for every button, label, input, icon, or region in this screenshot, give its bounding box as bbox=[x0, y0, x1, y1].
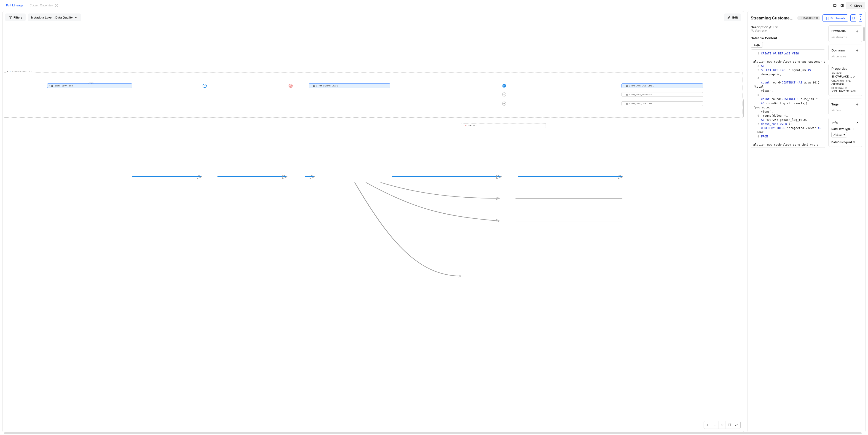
properties-card: Properties SOURCE SNOWFLAKE-... CREATION… bbox=[829, 64, 862, 96]
pencil-icon bbox=[727, 15, 731, 19]
filter-icon bbox=[8, 15, 12, 19]
kebab-icon bbox=[860, 16, 861, 20]
minimap-button[interactable] bbox=[726, 421, 733, 429]
info-card: Info DataFlow Type Not set ▾ DataOp bbox=[829, 118, 862, 147]
properties-source-value: SNOWFLAKE-... bbox=[831, 75, 852, 78]
dataflow-icon bbox=[799, 17, 802, 20]
stewards-card: Stewards ＋ No stewards bbox=[829, 25, 862, 42]
close-icon bbox=[849, 4, 853, 7]
group-snowflake-label: SNOWFLAKE - OCF bbox=[12, 70, 32, 73]
tags-title: Tags bbox=[831, 102, 839, 106]
bookmark-icon bbox=[826, 16, 829, 20]
tags-card: Tags ＋ No tags bbox=[829, 99, 862, 115]
properties-creation-value: Automatic bbox=[831, 82, 859, 86]
sql-tab[interactable]: SQL bbox=[751, 42, 763, 48]
close-button-label: Close bbox=[854, 4, 862, 7]
more-actions-button[interactable] bbox=[859, 14, 862, 22]
canvas-footer-toolbar: ＋ − bbox=[704, 421, 741, 429]
edit-canvas-button[interactable]: Edit bbox=[724, 13, 741, 21]
node-talend[interactable]: ›▦Talend_EDW_Feed bbox=[47, 84, 132, 88]
snowflake-icon bbox=[9, 70, 11, 73]
tab-full-lineage[interactable]: Full Lineage bbox=[3, 2, 27, 9]
svg-point-8 bbox=[860, 16, 861, 17]
filters-button[interactable]: Filters bbox=[5, 13, 26, 21]
stewards-placeholder: No stewards bbox=[831, 36, 859, 39]
node-vws-custome[interactable]: ›▦STRM_VWS_CUSTOME... bbox=[621, 84, 703, 88]
lineage-canvas[interactable]: Filters Metadata Layer : Data Quality Ed… bbox=[2, 11, 744, 432]
clock-icon bbox=[55, 4, 58, 7]
properties-external-value: sql/1_16720911468... bbox=[831, 90, 859, 93]
layout-icon-2[interactable] bbox=[838, 2, 846, 9]
description-edit[interactable]: Edit bbox=[768, 25, 778, 29]
zoom-in-button[interactable]: ＋ bbox=[704, 421, 711, 429]
bookmark-button[interactable]: Bookmark bbox=[823, 14, 848, 22]
description-title: Description bbox=[751, 25, 768, 29]
metadata-layer-dropdown[interactable]: Metadata Layer : Data Quality bbox=[28, 13, 81, 21]
bookmark-label: Bookmark bbox=[831, 17, 845, 20]
trend-button[interactable] bbox=[733, 421, 740, 429]
dataflow-content-title: Dataflow Content bbox=[751, 36, 825, 40]
node-strm-cstmr[interactable]: ›▦STRM_CSTMR_DEMS bbox=[309, 84, 390, 88]
pencil-icon[interactable] bbox=[853, 75, 856, 78]
domains-card: Domains ＋ No domains bbox=[829, 44, 862, 61]
info-dataflow-type-label: DataFlow Type bbox=[831, 127, 850, 131]
op-3plus-grey-1[interactable]: 3+ bbox=[502, 92, 506, 96]
open-external-button[interactable] bbox=[850, 14, 856, 22]
dataflow-type-dropdown[interactable]: Not set ▾ bbox=[831, 132, 847, 137]
tags-add[interactable]: ＋ bbox=[855, 101, 859, 107]
properties-external-label: EXTERNAL ID bbox=[831, 87, 859, 89]
description-placeholder: No description bbox=[751, 29, 825, 32]
edit-label: Edit bbox=[732, 16, 738, 19]
chevron-down-icon bbox=[74, 15, 78, 19]
expander-caret-icon[interactable]: ▾ bbox=[7, 70, 8, 73]
properties-title: Properties bbox=[831, 67, 847, 70]
svg-point-7 bbox=[800, 18, 800, 18]
info-dataops-label: DataOps Squad N... bbox=[831, 141, 859, 144]
properties-creation-label: CREATION TYPE bbox=[831, 80, 859, 82]
close-button[interactable]: Close bbox=[846, 2, 865, 9]
node-vws-viewers[interactable]: ›▦STRM_VWS_VIEWERS... bbox=[621, 92, 703, 97]
side-scroll-thumb[interactable] bbox=[863, 27, 865, 41]
layout-icon-1[interactable] bbox=[831, 2, 838, 9]
filters-label: Filters bbox=[13, 16, 23, 19]
stewards-title: Stewards bbox=[831, 29, 845, 33]
info-icon bbox=[851, 128, 854, 130]
svg-point-10 bbox=[860, 19, 861, 20]
domains-add[interactable]: ＋ bbox=[855, 48, 859, 53]
op-3plus-grey-2[interactable]: 3+ bbox=[502, 101, 506, 106]
metadata-layer-label: Metadata Layer : Data Quality bbox=[31, 16, 73, 19]
pencil-icon bbox=[768, 25, 772, 29]
node-vws-custome-2[interactable]: ›▦STRM_VWS_CUSTOME... bbox=[621, 101, 703, 106]
domains-placeholder: No domains bbox=[831, 55, 859, 58]
node-tableau[interactable]: ›✶TABLEAU bbox=[461, 123, 546, 128]
tab-column-trace[interactable]: Column Trace View bbox=[27, 2, 62, 9]
bottom-scrollbar[interactable] bbox=[4, 432, 862, 434]
external-link-icon bbox=[851, 16, 855, 20]
op-3plus-blue[interactable]: 3+ bbox=[502, 84, 506, 88]
tab-column-trace-label: Column Trace View bbox=[30, 4, 54, 7]
dataflow-chip: DATAFLOW bbox=[797, 16, 820, 20]
pane-resize-thumb[interactable] bbox=[743, 99, 744, 117]
domains-title: Domains bbox=[831, 49, 845, 52]
svg-point-9 bbox=[860, 18, 861, 18]
side-panel: Streaming Customer Repo... DATAFLOW Book… bbox=[747, 11, 866, 432]
zoom-out-button[interactable]: − bbox=[711, 421, 718, 429]
tags-placeholder: No tags bbox=[831, 109, 859, 112]
info-title: Info bbox=[831, 121, 838, 125]
zoom-fit-button[interactable] bbox=[718, 421, 726, 429]
caret-down-icon: ▾ bbox=[843, 133, 845, 136]
side-title: Streaming Customer Repo... bbox=[751, 16, 795, 21]
stewards-add[interactable]: ＋ bbox=[855, 28, 859, 34]
properties-source-label: SOURCE bbox=[831, 72, 859, 75]
svg-rect-3 bbox=[841, 4, 843, 6]
sql-code-block: 1CREATE OR REPLACE VIEW alation_edw.tech… bbox=[751, 50, 825, 148]
chevron-up-icon[interactable] bbox=[856, 121, 859, 125]
